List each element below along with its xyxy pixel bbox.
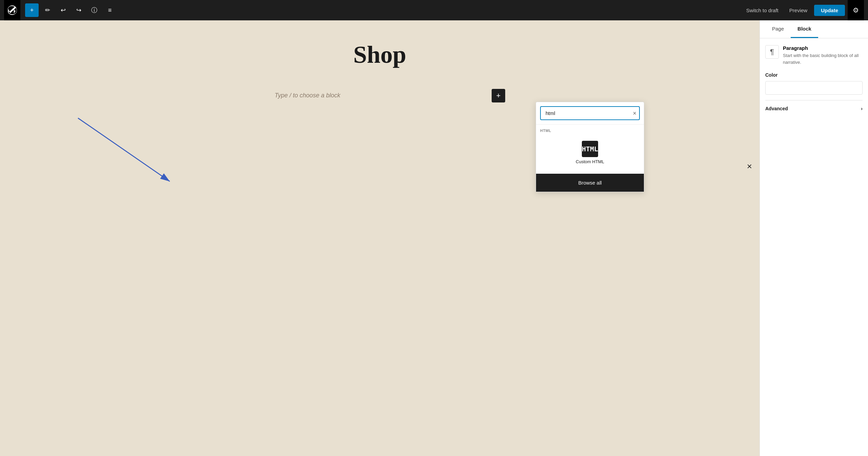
inline-add-block-button[interactable]: + [492,89,505,102]
paragraph-block-icon: ¶ [765,45,779,59]
svg-line-1 [78,118,170,182]
chevron-icon: › [861,106,863,111]
redo-icon: ↪ [76,6,81,14]
settings-button[interactable]: ⚙ [848,0,864,20]
wordpress-icon [7,5,17,15]
html-block-icon: HTML [582,141,598,157]
tab-block[interactable]: Block [791,20,818,38]
list-view-button[interactable]: ≡ [103,3,117,17]
switch-to-draft-button[interactable]: Switch to draft [742,5,783,16]
settings-icon: ⚙ [853,6,859,14]
custom-html-block-item[interactable]: HTML Custom HTML [540,135,640,170]
edit-button[interactable]: ✏ [41,3,54,17]
info-icon: ⓘ [91,6,97,14]
redo-button[interactable]: ↪ [72,3,85,17]
advanced-label: Advanced [765,106,788,111]
block-info-section: ¶ Paragraph Start with the basic buildin… [765,45,863,65]
browse-all-button[interactable]: Browse all [536,174,644,192]
list-view-icon: ≡ [108,7,112,14]
right-sidebar: Page Block ¶ Paragraph Start with the ba… [760,20,868,456]
wp-logo [4,0,20,20]
sidebar-content: ¶ Paragraph Start with the basic buildin… [760,38,868,456]
info-button[interactable]: ⓘ [87,3,101,17]
clear-search-button[interactable]: × [633,110,636,117]
main-layout: Shop Type / to choose a block + [0,20,868,456]
paragraph-icon: ¶ [770,48,774,56]
close-icon: × [747,161,752,171]
sidebar-tabs: Page Block [760,20,868,38]
inserter-category-label: HTML [540,129,640,133]
toolbar-left: + ✏ ↩ ↪ ⓘ ≡ [4,0,117,20]
arrow-annotation [10,109,241,204]
block-title: Paragraph [783,45,863,51]
close-inserter-button[interactable]: × [747,161,752,172]
block-description: Start with the basic building block of a… [783,52,863,65]
block-search-input[interactable] [540,106,640,120]
advanced-title[interactable]: Advanced › [765,106,863,111]
add-icon: + [30,7,34,14]
add-block-toolbar-button[interactable]: + [25,3,39,17]
placeholder-text: Type / to choose a block [275,92,340,99]
advanced-section: Advanced › [765,100,863,111]
editor-area[interactable]: Shop Type / to choose a block + [0,20,760,456]
toolbar-right: Switch to draft Preview Update ⚙ [742,0,864,20]
inserter-search-section: × [536,102,644,125]
color-section-title: Color [765,72,863,78]
inline-add-icon: + [496,91,501,100]
color-preview[interactable] [765,81,863,95]
page-title: Shop [275,41,485,69]
tab-page[interactable]: Page [765,20,791,38]
inserter-results: HTML HTML Custom HTML [536,125,644,174]
edit-icon: ✏ [45,6,50,14]
search-wrapper: × [540,106,640,120]
undo-button[interactable]: ↩ [56,3,70,17]
preview-button[interactable]: Preview [785,5,811,16]
update-button[interactable]: Update [814,5,845,16]
block-placeholder: Type / to choose a block + [275,89,485,102]
undo-icon: ↩ [61,6,66,14]
block-info-text: Paragraph Start with the basic building … [783,45,863,65]
editor-content: Shop Type / to choose a block + [261,41,498,102]
html-block-label: Custom HTML [576,159,604,164]
block-inserter-popup: × HTML HTML Custom HTML Browse all [536,102,644,192]
toolbar: + ✏ ↩ ↪ ⓘ ≡ Switch to draft Preview Upda… [0,0,868,20]
